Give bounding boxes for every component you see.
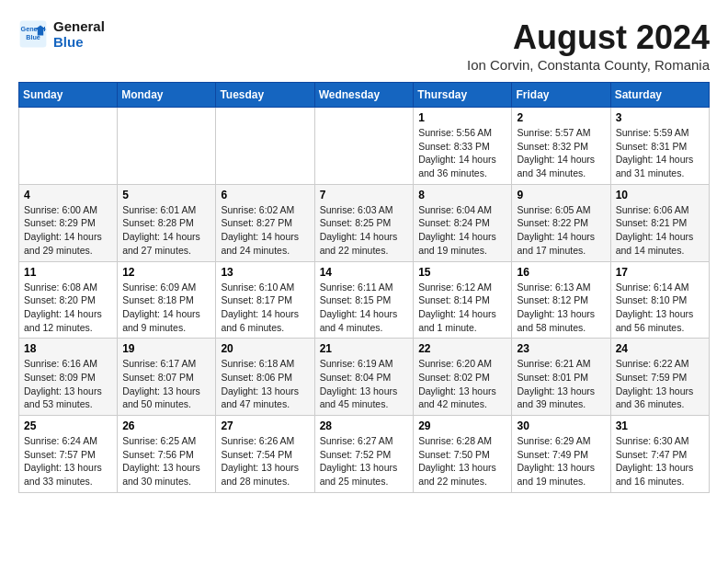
day-info: Sunrise: 6:22 AM Sunset: 7:59 PM Dayligh…: [616, 357, 704, 411]
day-number: 25: [24, 419, 112, 432]
calendar-cell: 8Sunrise: 6:04 AM Sunset: 8:24 PM Daylig…: [414, 184, 512, 261]
calendar-cell: [216, 108, 314, 185]
day-info: Sunrise: 5:56 AM Sunset: 8:33 PM Dayligh…: [418, 126, 506, 180]
day-number: 31: [616, 419, 704, 432]
day-number: 6: [221, 189, 309, 201]
day-info: Sunrise: 6:08 AM Sunset: 8:20 PM Dayligh…: [24, 281, 112, 335]
calendar-cell: 11Sunrise: 6:08 AM Sunset: 8:20 PM Dayli…: [19, 261, 118, 339]
calendar-cell: 9Sunrise: 6:05 AM Sunset: 8:22 PM Daylig…: [512, 184, 610, 261]
calendar-cell: 3Sunrise: 5:59 AM Sunset: 8:31 PM Daylig…: [610, 108, 709, 185]
day-info: Sunrise: 6:03 AM Sunset: 8:25 PM Dayligh…: [320, 203, 409, 258]
day-number: 30: [517, 419, 605, 432]
day-info: Sunrise: 6:01 AM Sunset: 8:28 PM Dayligh…: [122, 203, 210, 258]
day-info: Sunrise: 6:09 AM Sunset: 8:18 PM Dayligh…: [122, 281, 210, 335]
day-number: 7: [320, 189, 409, 201]
weekday-header-saturday: Saturday: [610, 83, 709, 108]
day-number: 22: [418, 342, 506, 355]
day-number: 14: [320, 266, 409, 279]
calendar-cell: 27Sunrise: 6:26 AM Sunset: 7:54 PM Dayli…: [216, 416, 314, 493]
day-number: 28: [320, 419, 409, 432]
day-number: 2: [517, 111, 605, 124]
day-number: 4: [24, 189, 112, 201]
day-number: 26: [122, 419, 210, 432]
calendar-cell: 6Sunrise: 6:02 AM Sunset: 8:27 PM Daylig…: [216, 184, 314, 261]
weekday-header-friday: Friday: [512, 83, 610, 108]
calendar-cell: 13Sunrise: 6:10 AM Sunset: 8:17 PM Dayli…: [216, 261, 314, 339]
day-info: Sunrise: 6:17 AM Sunset: 8:07 PM Dayligh…: [122, 357, 210, 411]
calendar-header-row: SundayMondayTuesdayWednesdayThursdayFrid…: [19, 83, 710, 108]
weekday-header-thursday: Thursday: [414, 83, 512, 108]
calendar-cell: [118, 108, 216, 185]
day-info: Sunrise: 6:29 AM Sunset: 7:49 PM Dayligh…: [517, 434, 605, 488]
weekday-header-wednesday: Wednesday: [314, 83, 414, 108]
calendar-table: SundayMondayTuesdayWednesdayThursdayFrid…: [18, 82, 710, 493]
calendar-cell: 15Sunrise: 6:12 AM Sunset: 8:14 PM Dayli…: [414, 261, 512, 339]
weekday-header-sunday: Sunday: [19, 83, 118, 108]
day-info: Sunrise: 6:16 AM Sunset: 8:09 PM Dayligh…: [24, 357, 112, 411]
day-number: 5: [122, 189, 210, 201]
day-number: 3: [616, 111, 704, 124]
day-number: 18: [24, 342, 112, 355]
day-number: 11: [24, 266, 112, 279]
calendar-cell: 25Sunrise: 6:24 AM Sunset: 7:57 PM Dayli…: [19, 416, 118, 493]
logo: General Blue General Blue: [18, 18, 105, 50]
day-info: Sunrise: 6:11 AM Sunset: 8:15 PM Dayligh…: [320, 281, 409, 335]
calendar-week-1: 1Sunrise: 5:56 AM Sunset: 8:33 PM Daylig…: [19, 108, 710, 185]
location-subtitle: Ion Corvin, Constanta County, Romania: [467, 57, 710, 73]
calendar-cell: 7Sunrise: 6:03 AM Sunset: 8:25 PM Daylig…: [314, 184, 414, 261]
day-number: 19: [122, 342, 210, 355]
day-info: Sunrise: 5:59 AM Sunset: 8:31 PM Dayligh…: [616, 126, 704, 180]
calendar-cell: 16Sunrise: 6:13 AM Sunset: 8:12 PM Dayli…: [512, 261, 610, 339]
calendar-cell: 1Sunrise: 5:56 AM Sunset: 8:33 PM Daylig…: [414, 108, 512, 185]
month-year-title: August 2024: [467, 18, 710, 57]
calendar-week-4: 18Sunrise: 6:16 AM Sunset: 8:09 PM Dayli…: [19, 339, 710, 416]
day-number: 23: [517, 342, 605, 355]
day-number: 1: [418, 111, 506, 124]
day-info: Sunrise: 6:27 AM Sunset: 7:52 PM Dayligh…: [320, 434, 409, 488]
day-info: Sunrise: 6:19 AM Sunset: 8:04 PM Dayligh…: [320, 357, 409, 411]
logo-icon: General Blue: [18, 19, 48, 49]
calendar-cell: 26Sunrise: 6:25 AM Sunset: 7:56 PM Dayli…: [118, 416, 216, 493]
day-number: 10: [616, 189, 704, 201]
calendar-cell: 2Sunrise: 5:57 AM Sunset: 8:32 PM Daylig…: [512, 108, 610, 185]
day-info: Sunrise: 6:14 AM Sunset: 8:10 PM Dayligh…: [616, 281, 704, 335]
calendar-cell: [19, 108, 118, 185]
day-info: Sunrise: 5:57 AM Sunset: 8:32 PM Dayligh…: [517, 126, 605, 180]
day-info: Sunrise: 6:18 AM Sunset: 8:06 PM Dayligh…: [221, 357, 309, 411]
page-header: General Blue General Blue August 2024 Io…: [18, 18, 710, 73]
calendar-week-3: 11Sunrise: 6:08 AM Sunset: 8:20 PM Dayli…: [19, 261, 710, 339]
calendar-cell: 17Sunrise: 6:14 AM Sunset: 8:10 PM Dayli…: [610, 261, 709, 339]
day-info: Sunrise: 6:30 AM Sunset: 7:47 PM Dayligh…: [616, 434, 704, 488]
calendar-cell: 19Sunrise: 6:17 AM Sunset: 8:07 PM Dayli…: [118, 339, 216, 416]
day-number: 12: [122, 266, 210, 279]
day-info: Sunrise: 6:13 AM Sunset: 8:12 PM Dayligh…: [517, 281, 605, 335]
day-info: Sunrise: 6:25 AM Sunset: 7:56 PM Dayligh…: [122, 434, 210, 488]
day-number: 8: [418, 189, 506, 201]
day-info: Sunrise: 6:10 AM Sunset: 8:17 PM Dayligh…: [221, 281, 309, 335]
calendar-cell: [314, 108, 414, 185]
day-info: Sunrise: 6:04 AM Sunset: 8:24 PM Dayligh…: [418, 203, 506, 258]
day-info: Sunrise: 6:28 AM Sunset: 7:50 PM Dayligh…: [418, 434, 506, 488]
calendar-cell: 28Sunrise: 6:27 AM Sunset: 7:52 PM Dayli…: [314, 416, 414, 493]
day-number: 17: [616, 266, 704, 279]
weekday-header-monday: Monday: [118, 83, 216, 108]
calendar-cell: 30Sunrise: 6:29 AM Sunset: 7:49 PM Dayli…: [512, 416, 610, 493]
day-info: Sunrise: 6:02 AM Sunset: 8:27 PM Dayligh…: [221, 203, 309, 258]
calendar-cell: 29Sunrise: 6:28 AM Sunset: 7:50 PM Dayli…: [414, 416, 512, 493]
day-info: Sunrise: 6:06 AM Sunset: 8:21 PM Dayligh…: [616, 203, 704, 258]
day-info: Sunrise: 6:12 AM Sunset: 8:14 PM Dayligh…: [418, 281, 506, 335]
day-number: 9: [517, 189, 605, 201]
calendar-cell: 23Sunrise: 6:21 AM Sunset: 8:01 PM Dayli…: [512, 339, 610, 416]
calendar-cell: 22Sunrise: 6:20 AM Sunset: 8:02 PM Dayli…: [414, 339, 512, 416]
weekday-header-tuesday: Tuesday: [216, 83, 314, 108]
calendar-cell: 24Sunrise: 6:22 AM Sunset: 7:59 PM Dayli…: [610, 339, 709, 416]
calendar-cell: 4Sunrise: 6:00 AM Sunset: 8:29 PM Daylig…: [19, 184, 118, 261]
calendar-cell: 5Sunrise: 6:01 AM Sunset: 8:28 PM Daylig…: [118, 184, 216, 261]
calendar-cell: 12Sunrise: 6:09 AM Sunset: 8:18 PM Dayli…: [118, 261, 216, 339]
day-number: 16: [517, 266, 605, 279]
day-number: 29: [418, 419, 506, 432]
day-info: Sunrise: 6:00 AM Sunset: 8:29 PM Dayligh…: [24, 203, 112, 258]
day-number: 20: [221, 342, 309, 355]
calendar-cell: 18Sunrise: 6:16 AM Sunset: 8:09 PM Dayli…: [19, 339, 118, 416]
day-info: Sunrise: 6:24 AM Sunset: 7:57 PM Dayligh…: [24, 434, 112, 488]
